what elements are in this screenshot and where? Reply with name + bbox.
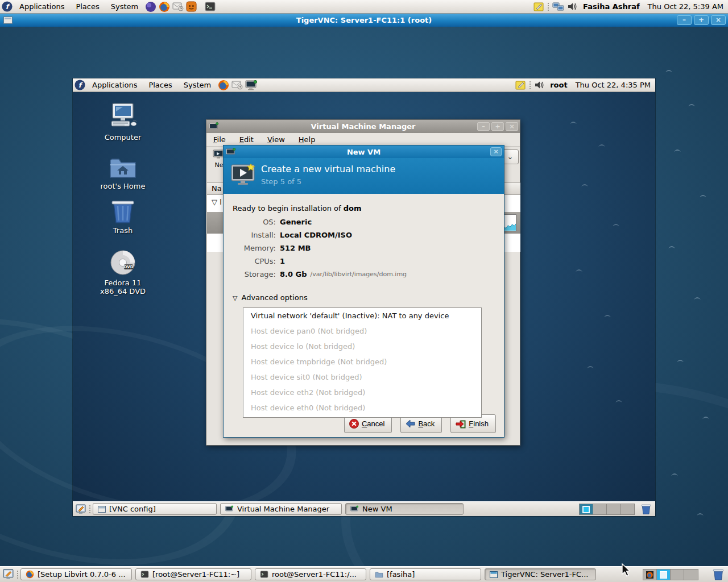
notes-icon[interactable] <box>533 2 545 12</box>
vmm-menu-file[interactable]: File <box>206 135 233 144</box>
outer-clock[interactable]: Thu Oct 22, 5:39 AM <box>643 2 728 11</box>
inner-menu-system[interactable]: System <box>178 78 217 92</box>
outer-workspace-switcher[interactable] <box>643 569 698 580</box>
vm-name: dom <box>344 204 362 213</box>
workspace-3[interactable] <box>671 569 684 580</box>
vm-monitor-icon <box>350 505 359 513</box>
window-icon <box>98 506 106 513</box>
taskbar-item-terminal-1[interactable]: [root@Server1-FC11:~] <box>135 568 251 580</box>
vnc-remote-screen: f Applications Places System <box>73 78 655 516</box>
close-button[interactable]: × <box>711 15 726 25</box>
new-vm-close-button[interactable]: × <box>490 147 502 156</box>
taskbar-item-vmm[interactable]: Virtual Machine Manager <box>220 503 342 515</box>
taskbar-item-tigervnc[interactable]: TigerVNC: Server1-FC... <box>485 568 596 580</box>
vmm-close-button[interactable]: × <box>506 122 518 131</box>
advanced-options-expander[interactable]: ▽Advanced options <box>233 293 308 302</box>
eclipse-icon[interactable] <box>145 1 156 13</box>
new-vm-titlebar[interactable]: New VM × <box>224 146 504 158</box>
volume-icon[interactable] <box>567 2 578 11</box>
show-desktop-icon[interactable] <box>75 504 86 515</box>
vmm-title: Virtual Machine Manager <box>206 122 520 131</box>
terminal-icon <box>260 571 268 578</box>
firefox-mini-icon <box>646 571 653 579</box>
outer-menu-places[interactable]: Places <box>70 0 105 13</box>
taskbar-item-vnc-config[interactable]: [VNC config] <box>93 503 217 515</box>
inner-menu-applications[interactable]: Applications <box>86 78 143 92</box>
vmm-menu-help[interactable]: Help <box>292 135 322 144</box>
taskbar-item-new-vm[interactable]: New VM <box>345 503 464 515</box>
workspace-2[interactable] <box>593 504 607 514</box>
workspace-1[interactable] <box>580 504 593 514</box>
outer-menu-applications[interactable]: Applications <box>14 0 70 13</box>
vmm-maximize-button[interactable]: + <box>491 122 504 131</box>
tigervnc-titlebar[interactable]: TigerVNC: Server1-FC11:1 (root) – + × <box>0 14 728 27</box>
vmm-titlebar[interactable]: Virtual Machine Manager – + × <box>206 120 520 133</box>
virt-manager-icon[interactable] <box>245 80 258 90</box>
inner-clock[interactable]: Thu Oct 22, 4:35 PM <box>571 81 655 89</box>
network-icon[interactable] <box>552 2 565 12</box>
show-desktop-icon[interactable] <box>2 568 14 580</box>
network-options-list[interactable]: Virtual network 'default' (Inactive): NA… <box>243 307 482 418</box>
trash-applet-icon[interactable] <box>640 504 652 515</box>
screen: f Applications Places System <box>0 0 728 582</box>
desktop-icon-fedora-dvd[interactable]: DVD Fedora 11 x86_64 DVD <box>92 249 154 296</box>
network-option: Host device sit0 (Not bridged) <box>243 369 481 385</box>
inner-menu-places[interactable]: Places <box>143 78 177 92</box>
trash-applet-icon[interactable] <box>712 568 725 581</box>
inner-workspace-switcher[interactable] <box>579 504 635 515</box>
volume-icon[interactable] <box>534 80 545 90</box>
mouse-cursor <box>622 563 632 577</box>
inner-wallpaper-birds <box>559 113 638 419</box>
desktop-icon-trash[interactable]: Trash <box>92 199 154 235</box>
network-option: Host device eth2 (Not bridged) <box>243 385 481 400</box>
maximize-button[interactable]: + <box>694 15 709 25</box>
cancel-icon <box>349 419 359 429</box>
desktop-icon-label: root's Home <box>101 182 146 190</box>
mail-icon[interactable] <box>231 80 243 90</box>
cpu-usage-sparkline <box>503 214 516 231</box>
outer-taskbar: [Setup Libvirt 0.7.0-6 ... [root@Server1… <box>0 566 728 582</box>
workspace-4[interactable] <box>684 569 698 580</box>
mail-icon[interactable] <box>172 2 184 11</box>
new-vm-header: Create a new virtual machine Step 5 of 5 <box>224 158 504 194</box>
folder-icon <box>375 571 383 578</box>
summary-row-install: Install: Local CDROM/ISO <box>224 228 407 242</box>
desktop-icon-home[interactable]: root's Home <box>92 156 154 190</box>
workspace-3[interactable] <box>607 504 621 514</box>
firefox-icon[interactable] <box>159 1 170 13</box>
workspace-2[interactable] <box>657 569 671 580</box>
fedora-logo-icon[interactable]: f <box>2 1 13 12</box>
network-option[interactable]: Virtual network 'default' (Inactive): NA… <box>243 308 481 323</box>
fedora-logo-icon[interactable]: f <box>75 80 85 90</box>
network-option: Host device tmpbridge (Not bridged) <box>243 354 481 369</box>
vmm-menu-edit[interactable]: Edit <box>233 135 260 144</box>
outer-username[interactable]: Fasiha Ashraf <box>580 2 643 11</box>
desktop-icon-label: Fedora 11 x86_64 DVD <box>100 278 146 296</box>
taskbar-item-setup-libvirt[interactable]: [Setup Libvirt 0.7.0-6 ... <box>20 568 132 580</box>
workspace-4[interactable] <box>621 504 634 514</box>
vm-monitor-icon <box>225 505 234 513</box>
outer-menu-system[interactable]: System <box>105 0 144 13</box>
taskbar-item-fasiha[interactable]: [fasiha] <box>370 568 481 580</box>
notes-icon[interactable] <box>515 80 527 90</box>
tigervnc-title: TigerVNC: Server1-FC11:1 (root) <box>0 16 728 24</box>
network-option: Host device lo (Not bridged) <box>243 339 481 354</box>
new-vm-body: Ready to begin installation of dom OS: G… <box>224 194 504 437</box>
vmm-minimize-button[interactable]: – <box>477 122 490 131</box>
firefox-icon[interactable] <box>218 80 229 91</box>
workspace-1[interactable] <box>643 569 657 580</box>
computer-icon <box>108 102 138 131</box>
outer-top-panel: f Applications Places System <box>0 0 728 14</box>
terminal-icon[interactable] <box>205 2 216 11</box>
taskbar-item-terminal-2[interactable]: root@Server1-FC11:/... <box>255 568 366 580</box>
vmm-menu-view[interactable]: View <box>260 135 292 144</box>
desktop-icon-computer[interactable]: Computer <box>92 102 154 142</box>
minimize-button[interactable]: – <box>677 15 692 25</box>
vnc-window-icon <box>490 571 498 578</box>
back-arrow-icon <box>406 419 415 428</box>
wizard-step: Step 5 of 5 <box>261 177 301 186</box>
chat-icon[interactable] <box>186 1 197 12</box>
network-option: Host device pan0 (Not bridged) <box>243 323 481 339</box>
inner-username[interactable]: root <box>547 81 571 89</box>
summary-row-cpus: CPUs: 1 <box>224 255 407 268</box>
